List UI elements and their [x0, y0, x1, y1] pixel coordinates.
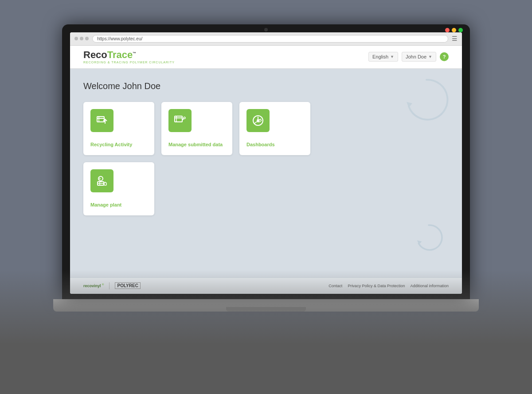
- welcome-title: Welcome John Doe: [83, 81, 449, 91]
- footer-links: Contact Privacy Policy & Data Protection…: [329, 284, 449, 288]
- svg-point-10: [257, 120, 259, 121]
- recycling-activity-label: Recycling Activity: [90, 141, 132, 148]
- browser-dot-3: [85, 37, 89, 40]
- user-dropdown-arrow: ▼: [428, 55, 432, 59]
- logo-subtitle: RECORDING & TRACING POLYMER CIRCULARITY: [83, 61, 175, 64]
- tl-red: [445, 28, 450, 32]
- logo-reco: Reco: [83, 49, 107, 60]
- logo: RecoTrace™: [83, 50, 175, 60]
- recycling-activity-icon-bg: [90, 109, 113, 132]
- svg-marker-17: [417, 240, 422, 245]
- website: RecoTrace™ RECORDING & TRACING POLYMER C…: [70, 46, 462, 294]
- footer-link-privacy[interactable]: Privacy Policy & Data Protection: [348, 284, 405, 288]
- footer-link-additional[interactable]: Additional information: [410, 284, 449, 288]
- card-manage-plant[interactable]: Manage plant: [83, 162, 154, 215]
- manage-data-icon: [173, 114, 187, 127]
- browser-chrome: https://www.polytec.eu/ ☰: [70, 32, 462, 46]
- logo-tm: ™: [133, 51, 136, 55]
- svg-marker-0: [407, 102, 412, 108]
- browser-dot-1: [74, 37, 78, 40]
- header-right: English ▼ John Doe ▼ ?: [368, 52, 449, 62]
- footer-separator: [109, 282, 110, 289]
- manage-submitted-data-label: Manage submitted data: [168, 141, 223, 148]
- browser-dots: [74, 37, 89, 40]
- bg-circle-bottom-icon: [413, 222, 444, 253]
- card-dashboards[interactable]: Dashboards: [239, 102, 310, 155]
- card-manage-submitted-data[interactable]: Manage submitted data: [161, 102, 232, 155]
- user-menu[interactable]: John Doe ▼: [402, 52, 436, 62]
- screen-bezel: https://www.polytec.eu/ ☰ RecoTrace™ REC…: [62, 24, 470, 299]
- bg-circle-top-icon: [400, 73, 453, 126]
- dashboard-icon-bg: [246, 109, 270, 132]
- site-footer: recovinyl ® POLYREC Contact Privacy Poli…: [70, 277, 462, 294]
- footer-logo-recovinyl: recovinyl ®: [83, 283, 104, 288]
- laptop-notch: [226, 307, 306, 312]
- dashboards-label: Dashboards: [246, 141, 275, 148]
- language-selector[interactable]: English ▼: [368, 52, 398, 62]
- help-button[interactable]: ?: [440, 52, 449, 61]
- manage-plant-label: Manage plant: [90, 202, 121, 208]
- plant-icon: [95, 174, 109, 187]
- language-label: English: [372, 54, 388, 59]
- svg-rect-15: [104, 183, 106, 185]
- browser-menu-icon[interactable]: ☰: [452, 35, 458, 42]
- recycling-icon: [95, 114, 109, 127]
- traffic-lights: [445, 28, 463, 32]
- browser-dot-2: [80, 37, 83, 40]
- footer-logo-polyrec: POLYREC: [115, 282, 140, 289]
- screen: https://www.polytec.eu/ ☰ RecoTrace™ REC…: [70, 32, 462, 294]
- manage-data-icon-bg: [168, 109, 192, 132]
- laptop-frame: https://www.polytec.eu/ ☰ RecoTrace™ REC…: [53, 24, 479, 370]
- svg-rect-1: [97, 117, 104, 122]
- user-label: John Doe: [406, 54, 426, 59]
- tl-yellow: [452, 28, 456, 32]
- site-main: Welcome John Doe: [70, 69, 462, 277]
- site-header: RecoTrace™ RECORDING & TRACING POLYMER C…: [70, 46, 462, 69]
- svg-point-8: [184, 117, 185, 119]
- footer-logos: recovinyl ® POLYREC: [83, 282, 141, 289]
- logo-trace: Trace: [107, 49, 133, 60]
- plant-icon-bg: [90, 169, 113, 192]
- cards-grid: Recycling Activity: [83, 102, 332, 215]
- tl-green: [458, 28, 463, 32]
- svg-rect-5: [175, 116, 182, 122]
- url-text: https://www.polytec.eu/: [97, 36, 142, 41]
- language-dropdown-arrow: ▼: [390, 55, 394, 59]
- logo-area: RecoTrace™ RECORDING & TRACING POLYMER C…: [83, 50, 175, 64]
- laptop-base: [53, 299, 479, 312]
- help-label: ?: [443, 54, 446, 59]
- footer-link-contact[interactable]: Contact: [329, 284, 342, 288]
- card-recycling-activity[interactable]: Recycling Activity: [83, 102, 154, 155]
- url-bar[interactable]: https://www.polytec.eu/: [92, 35, 448, 43]
- dashboard-icon: [251, 114, 265, 127]
